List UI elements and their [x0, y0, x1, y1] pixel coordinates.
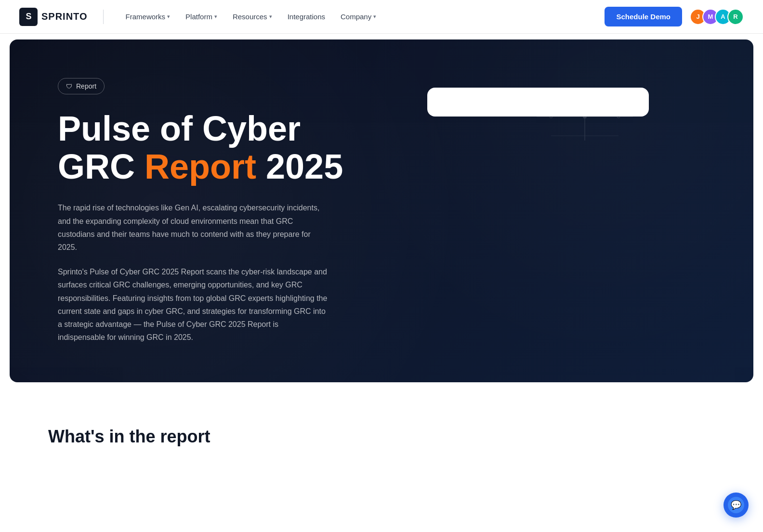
hero-content: 🛡 Report Pulse of Cyber GRC Report 2025 …: [58, 78, 371, 344]
below-hero: What's in the report: [0, 388, 763, 466]
nav-item-integrations[interactable]: Integrations: [281, 9, 332, 25]
chevron-down-icon: ▾: [167, 13, 170, 20]
hero-title-line2-start: GRC: [58, 147, 145, 186]
logo-name: SPRINTO: [41, 11, 88, 22]
form-card: [427, 88, 649, 117]
nav-divider: [103, 10, 104, 24]
chevron-down-icon: ▾: [373, 13, 376, 20]
shield-icon: 🛡: [66, 83, 72, 90]
hero-title-accent: Report: [145, 147, 256, 186]
navbar: S SPRINTO Frameworks ▾ Platform ▾ Resour…: [0, 0, 763, 34]
chat-bubble-button[interactable]: 💬: [724, 493, 749, 518]
nav-label-platform: Platform: [185, 13, 212, 21]
nav-links: Frameworks ▾ Platform ▾ Resources ▾ Inte…: [119, 9, 383, 25]
section-title: What's in the report: [48, 427, 715, 447]
report-badge: 🛡 Report: [58, 78, 105, 94]
nav-label-resources: Resources: [233, 13, 267, 21]
nav-item-platform[interactable]: Platform ▾: [179, 9, 224, 25]
nav-label-integrations: Integrations: [288, 13, 325, 21]
logo[interactable]: S SPRINTO: [19, 8, 88, 26]
hero-title: Pulse of Cyber GRC Report 2025: [58, 110, 371, 186]
avatar-group: J M A R: [690, 9, 744, 25]
badge-label: Report: [76, 82, 96, 90]
chat-avatar: 💬: [728, 497, 744, 513]
hero-description-2: Sprinto's Pulse of Cyber GRC 2025 Report…: [58, 265, 328, 344]
nav-right: Schedule Demo J M A R: [605, 7, 744, 26]
hero-section: 🛡 Report Pulse of Cyber GRC Report 2025 …: [10, 39, 753, 382]
nav-item-resources[interactable]: Resources ▾: [226, 9, 279, 25]
nav-left: S SPRINTO Frameworks ▾ Platform ▾ Resour…: [19, 8, 383, 26]
logo-symbol: S: [19, 8, 38, 26]
nav-label-frameworks: Frameworks: [126, 13, 166, 21]
avatar: R: [727, 9, 744, 25]
hero-title-line1: Pulse of Cyber: [58, 109, 301, 148]
nav-item-frameworks[interactable]: Frameworks ▾: [119, 9, 177, 25]
hero-form-area: [371, 78, 705, 117]
nav-item-company[interactable]: Company ▾: [334, 9, 383, 25]
chevron-down-icon: ▾: [269, 13, 272, 20]
hero-title-line2-end: 2025: [256, 147, 343, 186]
schedule-demo-button[interactable]: Schedule Demo: [605, 7, 682, 26]
nav-label-company: Company: [341, 13, 371, 21]
chat-icon: 💬: [731, 500, 741, 510]
hero-description-1: The rapid rise of technologies like Gen …: [58, 201, 328, 254]
chevron-down-icon: ▾: [214, 13, 217, 20]
